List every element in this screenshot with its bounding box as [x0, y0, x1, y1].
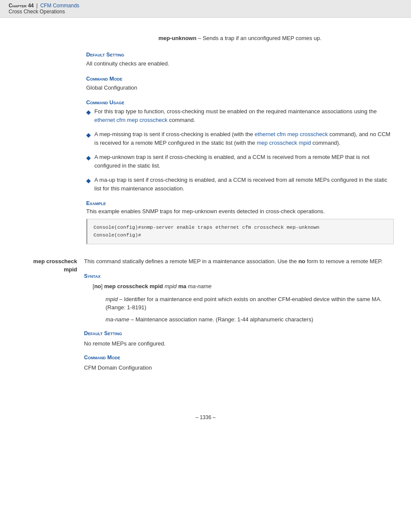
code-line-1: Console(config)#snmp-server enable traps… — [93, 224, 387, 231]
code-line-2: Console(config)# — [93, 231, 387, 239]
mep-crosscheck-term-line2: mpid — [17, 265, 77, 274]
example-label: Example — [86, 200, 394, 206]
header-subtitle: Cross Check Operations — [9, 9, 402, 15]
default-setting-content-2: No remote MEPs are configured. — [84, 339, 394, 348]
list-item: ◆ For this trap type to function, cross-… — [86, 107, 394, 124]
example-section: This example enables SNMP traps for mep-… — [86, 208, 394, 244]
default-setting-label: Default Setting — [86, 52, 394, 58]
bullet-text-4: A ma-up trap is sent if cross-checking i… — [94, 176, 394, 193]
header-separator: | — [36, 3, 37, 9]
bullet-icon: ◆ — [86, 131, 91, 140]
param-mpid-syntax: mpid — [165, 283, 177, 289]
page-footer: – 1336 – — [0, 414, 411, 429]
command-ma: ma — [177, 283, 188, 289]
mep-crosscheck-body: This command statically defines a remote… — [84, 257, 394, 372]
mep-crosscheck-term-line1: mep crosscheck — [17, 257, 77, 266]
mep-unknown-bold: mep-unknown — [159, 35, 196, 41]
example-description: This example enables SNMP traps for mep-… — [86, 208, 394, 215]
chapter-label: Chapter 44 — [9, 3, 34, 9]
param-ma-name-syntax: ma-name — [188, 283, 212, 289]
list-item: ◆ A mep-unknown trap is sent if cross-ch… — [86, 153, 394, 170]
command-mep-crosscheck-mpid: mep crosscheck mpid — [103, 283, 165, 289]
bullet-text-2: A mep-missing trap is sent if cross-chec… — [94, 130, 394, 147]
command-mode-content-1: Global Configuration — [86, 84, 394, 92]
mep-crosscheck-term: mep crosscheck mpid — [17, 257, 84, 372]
mep-unknown-rest: – Sends a trap if an unconfigured MEP co… — [196, 35, 321, 41]
header-title: CFM Commands — [40, 3, 79, 9]
no-keyword: no — [94, 283, 101, 289]
list-item: ◆ A ma-up trap is sent if cross-checking… — [86, 176, 394, 193]
default-setting-label-2: Default Setting — [84, 330, 394, 338]
page-number: – 1336 – — [196, 414, 216, 420]
syntax-label: Syntax — [84, 272, 394, 280]
bullet-icon: ◆ — [86, 108, 91, 117]
command-usage-list: ◆ For this trap type to function, cross-… — [86, 107, 394, 193]
command-mode-label-1: Command Mode — [86, 76, 394, 82]
syntax-param-mpid: mpid – Identifier for a maintenance end … — [106, 295, 394, 312]
mep-crosscheck-desc2: form to remove a remote MEP. — [305, 258, 383, 264]
default-setting-content: All continuity checks are enabled. — [86, 59, 394, 68]
bullet-text-3: A mep-unknown trap is sent if cross-chec… — [94, 153, 394, 170]
link-mep-crosscheck-mpid[interactable]: mep crosscheck mpid — [257, 140, 311, 146]
code-block: Console(config)#snmp-server enable traps… — [86, 219, 394, 244]
list-item: ◆ A mep-missing trap is sent if cross-ch… — [86, 130, 394, 147]
mep-crosscheck-no-bold: no — [299, 258, 305, 264]
link-ethernet-cfm-mep-crosscheck-2[interactable]: ethernet cfm mep crosscheck — [255, 131, 328, 137]
mep-crosscheck-section: mep crosscheck mpid This command statica… — [17, 257, 394, 372]
bullet-icon: ◆ — [86, 176, 91, 185]
command-mode-label-2: Command Mode — [84, 354, 394, 362]
mpid-description: – Identifier for a maintenance end point… — [106, 296, 382, 311]
link-ethernet-cfm-mep-crosscheck-1[interactable]: ethernet cfm mep crosscheck — [94, 117, 168, 123]
page-content: mep-unknown – Sends a trap if an unconfi… — [0, 18, 411, 397]
syntax-param-ma-name: ma-name – Maintenance association name. … — [106, 315, 394, 324]
syntax-command: [no] mep crosscheck mpid mpid ma ma-name — [93, 282, 394, 291]
page-header: Chapter 44 | CFM Commands Cross Check Op… — [0, 0, 411, 18]
ma-name-label: ma-name — [106, 316, 129, 323]
mpid-label: mpid — [106, 296, 118, 302]
mep-crosscheck-desc1: This command statically defines a remote… — [84, 258, 299, 264]
command-usage-label: Command Usage — [86, 100, 394, 106]
bullet-text-1: For this trap type to function, cross-ch… — [94, 107, 394, 124]
command-mode-content-2: CFM Domain Configuration — [84, 364, 394, 372]
mep-unknown-line: mep-unknown – Sends a trap if an unconfi… — [86, 35, 394, 41]
ma-name-description: – Maintenance association name. (Range: … — [129, 316, 313, 323]
bullet-icon: ◆ — [86, 153, 91, 162]
